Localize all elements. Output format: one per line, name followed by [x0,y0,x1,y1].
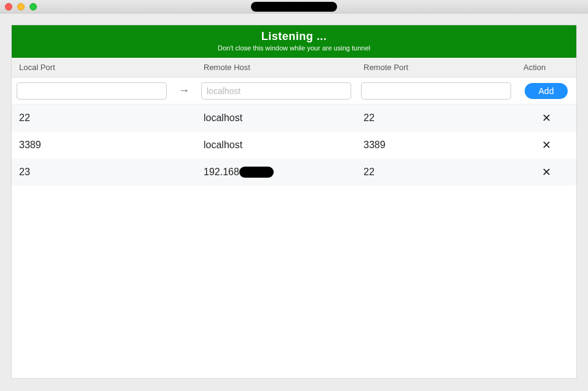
add-button[interactable]: Add [525,83,568,99]
cell-remote-port: 22 [356,167,516,178]
cell-remote-host: 192.168 [196,167,356,178]
status-banner: Listening ... Don't close this window wh… [12,25,576,58]
window-zoom-button[interactable] [30,3,37,10]
content-area: Listening ... Don't close this window wh… [0,14,588,390]
add-row-form: → Add [12,77,576,105]
table-row: 22localhost22✕ [12,105,576,132]
cell-action: ✕ [516,111,576,125]
local-port-input[interactable] [17,82,167,100]
table-header: Local Port Remote Host Remote Port Actio… [12,58,576,77]
status-banner-subtitle: Don't close this window while your are u… [12,44,576,52]
app-window: Listening ... Don't close this window wh… [0,0,588,391]
cell-remote-port: 3389 [356,140,516,151]
cell-remote-port: 22 [356,113,516,124]
tunnel-panel: Listening ... Don't close this window wh… [11,25,577,379]
cell-action: ✕ [516,138,576,152]
redacted-segment [239,167,274,178]
status-banner-title: Listening ... [12,30,576,43]
delete-row-icon[interactable]: ✕ [542,166,551,178]
titlebar [0,0,588,14]
remote-port-input[interactable] [361,82,511,100]
cell-action: ✕ [516,165,576,179]
cell-remote-host: localhost [196,113,356,124]
table-row: 3389localhost3389✕ [12,132,576,159]
cell-local-port: 22 [12,113,172,124]
delete-row-icon[interactable]: ✕ [542,139,551,151]
cell-local-port: 3389 [12,140,172,151]
header-action: Action [516,63,576,72]
cell-remote-host: localhost [196,140,356,151]
remote-host-input[interactable] [201,82,351,100]
header-remote-host: Remote Host [196,63,356,72]
cell-local-port: 23 [12,167,172,178]
header-remote-port: Remote Port [356,63,516,72]
window-close-button[interactable] [5,3,12,10]
arrow-icon: → [172,84,196,97]
delete-row-icon[interactable]: ✕ [542,112,551,124]
tunnel-rows: 22localhost22✕3389localhost3389✕23192.16… [12,105,576,186]
window-minimize-button[interactable] [17,3,25,10]
traffic-lights [5,3,37,10]
table-row: 23192.16822✕ [12,159,576,186]
header-local-port: Local Port [12,63,172,72]
window-title-redacted [251,2,337,12]
